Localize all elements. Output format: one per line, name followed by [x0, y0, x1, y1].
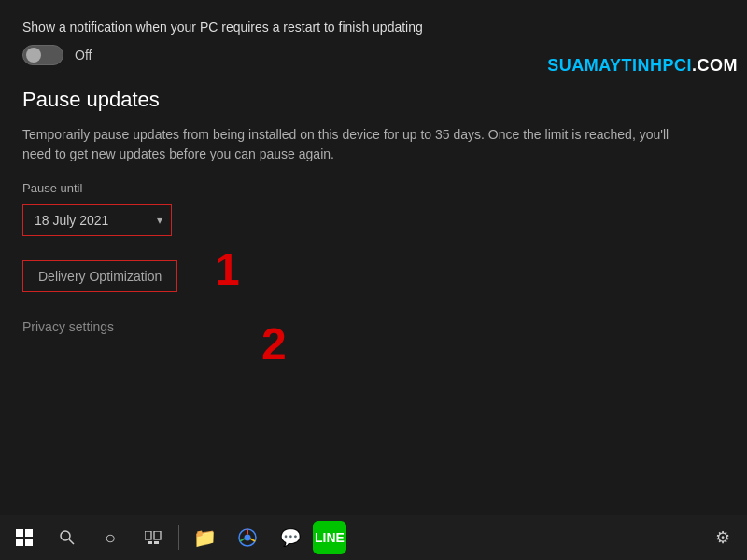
svg-point-0 [61, 531, 70, 540]
gear-icon: ⚙ [715, 527, 730, 548]
taskbar-settings-button[interactable]: ⚙ [702, 517, 743, 558]
notification-row: Show a notification when your PC require… [22, 19, 725, 37]
explorer-icon: 📁 [193, 526, 217, 549]
search-icon [59, 529, 76, 546]
cortana-icon: ○ [105, 527, 116, 549]
privacy-settings-link[interactable]: Privacy settings [22, 319, 114, 334]
pause-updates-title: Pause updates [22, 88, 725, 112]
taskbar: ○ 📁 💬 LINE ⚙ [0, 515, 747, 560]
windows-logo-icon [16, 529, 33, 546]
taskbar-messenger-button[interactable]: 💬 [270, 517, 311, 558]
notification-text: Show a notification when your PC require… [22, 19, 725, 37]
taskbar-search-button[interactable] [47, 517, 88, 558]
taskbar-explorer-button[interactable]: 📁 [184, 517, 225, 558]
restart-notification-toggle[interactable] [22, 45, 63, 65]
pause-until-label: Pause until [22, 181, 725, 195]
task-view-icon [145, 531, 162, 544]
watermark-suffix: .COM [692, 56, 738, 75]
taskbar-right-area: ⚙ [702, 517, 743, 558]
taskbar-divider [178, 525, 179, 550]
taskbar-line-button[interactable]: LINE [313, 521, 346, 554]
svg-rect-5 [154, 541, 159, 544]
toggle-off-label: Off [75, 48, 92, 63]
svg-rect-4 [148, 541, 152, 544]
svg-line-1 [69, 539, 74, 544]
svg-line-10 [240, 539, 245, 541]
delivery-optimization-button[interactable]: Delivery Optimization [22, 260, 177, 292]
watermark-text: SUAMAYTINHPCI [547, 56, 692, 75]
taskbar-taskview-button[interactable] [133, 517, 174, 558]
taskbar-start-button[interactable] [4, 517, 45, 558]
svg-rect-3 [154, 531, 161, 539]
pause-updates-description: Temporarily pause updates from being ins… [22, 125, 695, 164]
messenger-icon: 💬 [280, 527, 301, 548]
pause-date-dropdown-container: 11 July 2021 18 July 2021 25 July 2021 1… [22, 204, 172, 236]
svg-rect-2 [145, 531, 151, 539]
watermark: SUAMAYTINHPCI.COM [547, 56, 738, 76]
line-icon: LINE [315, 530, 345, 545]
taskbar-chrome-button[interactable] [227, 517, 268, 558]
annotation-2: 2 [261, 322, 287, 367]
chrome-icon [238, 528, 257, 547]
annotation-1: 1 [215, 247, 240, 292]
taskbar-cortana-button[interactable]: ○ [90, 517, 131, 558]
pause-date-dropdown[interactable]: 11 July 2021 18 July 2021 25 July 2021 1… [22, 204, 172, 236]
svg-line-9 [250, 539, 255, 541]
svg-point-7 [245, 535, 251, 541]
